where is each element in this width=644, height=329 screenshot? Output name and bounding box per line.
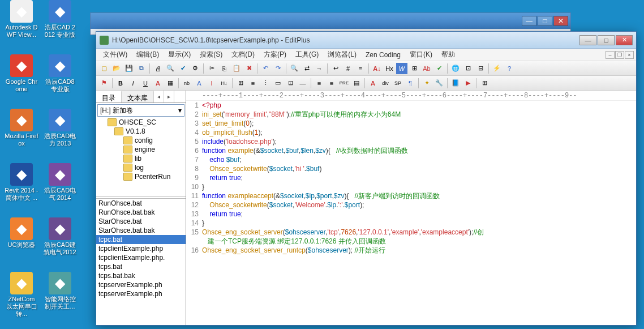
file-item[interactable]: tcps.bat.bak [96, 271, 186, 280]
maximize-button[interactable]: □ [598, 35, 615, 45]
tree-item[interactable]: PcenterRun [96, 172, 186, 181]
folder-tree[interactable]: OHSCE_SCV0.1.8configengineliblogPcenterR… [96, 118, 186, 197]
linenum-icon[interactable]: # [342, 63, 354, 74]
mdi-min[interactable]: – [606, 51, 615, 59]
desktop-icon[interactable]: ◆浩辰CAD8 专业版 [43, 54, 77, 93]
span-icon[interactable]: SP [392, 78, 403, 89]
table-icon[interactable]: ⊞ [235, 78, 246, 89]
heading-icon[interactable]: H↓ [218, 78, 230, 89]
img-icon[interactable]: I [206, 78, 217, 89]
pre-icon[interactable]: PRE [338, 78, 350, 89]
tree-item[interactable]: engine [96, 145, 186, 154]
check-icon[interactable]: ✔ [433, 63, 445, 74]
menu-item[interactable]: 文档(D) [227, 49, 259, 61]
tool2-icon[interactable]: 🔧 [433, 78, 445, 89]
tree-item[interactable]: V0.1.8 [96, 127, 186, 136]
div-icon[interactable]: div [380, 78, 391, 89]
code-line[interactable]: 15Ohsce_eng_socket_server($ohsceserver,'… [186, 228, 636, 237]
bg-min[interactable]: — [522, 16, 536, 26]
file-item[interactable]: StarOhsce.bat.bak [96, 226, 186, 235]
para-icon[interactable]: ¶ [405, 78, 416, 89]
browser-icon[interactable]: 🌐 [450, 63, 461, 74]
file-item[interactable]: RunOhsce.bat.bak [96, 208, 186, 217]
book-icon[interactable]: 📘 [450, 78, 461, 89]
desktop-icon[interactable]: ◆浩辰CAD 2012 专业版 [43, 0, 77, 39]
tool-icon[interactable]: ⚙ [190, 63, 201, 74]
find-icon[interactable]: 🔍 [289, 63, 300, 74]
bold-icon[interactable]: B [115, 78, 126, 89]
wrap-icon[interactable]: ↩ [330, 63, 341, 74]
col-icon[interactable]: ⊞ [409, 63, 420, 74]
bg-close[interactable]: ✕ [553, 16, 568, 26]
new-icon[interactable]: ▢ [98, 63, 110, 74]
form-icon[interactable]: ▭ [272, 78, 284, 89]
nbsp-icon[interactable]: nb [181, 78, 192, 89]
file-list[interactable]: RunOhsce.batRunOhsce.bat.bakStarOhsce.ba… [96, 198, 186, 325]
tab-cliptext[interactable]: 文本库 [122, 91, 154, 102]
tile-icon[interactable]: ⊟ [475, 63, 486, 74]
tree-item[interactable]: OHSCE_SC [96, 118, 186, 127]
code-line[interactable]: 16Ohsce_eng_socket_server_runtcp($ohsces… [186, 246, 636, 255]
saveall-icon[interactable]: ⧉ [136, 63, 147, 74]
help-icon[interactable]: ? [504, 63, 515, 74]
left-icon[interactable]: ≡ [326, 78, 337, 89]
code-line[interactable]: 14} [186, 219, 636, 228]
menu-item[interactable]: 浏览器(L) [323, 49, 361, 61]
code-line[interactable]: 7 echo $buf; [186, 155, 636, 164]
center-icon[interactable]: ≡ [314, 78, 325, 89]
code-area[interactable]: 1<?php2ini_set('memory_limit',"88M");//重… [186, 101, 636, 325]
code-line[interactable]: 1<?php [186, 101, 636, 110]
frame-icon[interactable]: ⊞ [479, 78, 490, 89]
ul-icon[interactable]: ≡ [247, 78, 259, 89]
cut-icon[interactable]: ✂ [206, 63, 217, 74]
desktop-icon[interactable]: ◆UC浏览器 [5, 217, 38, 249]
bg-max[interactable]: □ [538, 16, 552, 26]
code-line[interactable]: 9 return true; [186, 173, 636, 182]
desktop-icon[interactable]: ◆浩辰CAD建筑电气2012 [43, 217, 77, 256]
input-icon[interactable]: ⊡ [285, 78, 296, 89]
preview-icon[interactable]: 🔍 [165, 63, 176, 74]
titlebar[interactable]: H:\OpenIBC\OHSCE_SC\V0.1.8\tcpserverExam… [96, 32, 636, 49]
menu-item[interactable]: 文件(W) [98, 49, 132, 61]
code-line[interactable]: 12 Ohsce_socketwrite($socket,'Welcome'.$… [186, 200, 636, 210]
color-icon[interactable]: A [152, 78, 164, 89]
open-icon[interactable]: 📂 [111, 63, 122, 74]
code-line[interactable]: 4ob_implicit_flush(1); [186, 128, 636, 137]
save-icon[interactable]: 💾 [123, 63, 135, 74]
menu-item[interactable]: 窗口(K) [405, 49, 437, 61]
ruler-icon[interactable]: ≡ [355, 63, 366, 74]
palette-icon[interactable]: ▦ [165, 78, 176, 89]
win-icon[interactable]: ⊡ [462, 63, 474, 74]
close-button[interactable]: ✕ [616, 35, 633, 45]
file-item[interactable]: RunOhsce.bat [96, 199, 186, 208]
flag-icon[interactable]: ⚑ [98, 78, 110, 89]
file-item[interactable]: tcpserverExample.ph [96, 289, 186, 298]
ol-icon[interactable]: ⋮ [260, 78, 271, 89]
code-line[interactable]: 10} [186, 182, 636, 191]
desktop-icon[interactable]: ◆Mozilla Firefox [5, 109, 38, 147]
menu-item[interactable]: 工具(G) [291, 49, 323, 61]
desktop-icon[interactable]: ◆Autodesk DWF View... [5, 0, 38, 39]
file-item[interactable]: tcps.bat [96, 262, 186, 271]
file-item[interactable]: tcpclientExample.php [96, 244, 186, 253]
ab-icon[interactable]: Ab [421, 63, 432, 74]
block-icon[interactable]: ▤ [351, 78, 362, 89]
code-line[interactable]: 建一个TCP服务端资源 绑定127.0.0.1:7626 并传入回调函数 [186, 237, 636, 246]
goto-icon[interactable]: → [314, 63, 325, 74]
undo-icon[interactable]: ↶ [260, 63, 271, 74]
redo-icon[interactable]: ↷ [272, 63, 284, 74]
mdi-close[interactable]: × [625, 51, 634, 59]
desktop-icon[interactable]: ◆Google Chrome [5, 54, 38, 93]
tree-item[interactable]: log [96, 163, 186, 172]
mdi-restore[interactable]: ❐ [615, 51, 624, 59]
side-next[interactable]: ▸ [164, 91, 174, 102]
file-item[interactable]: tcpclientExample.php. [96, 253, 186, 262]
code-line[interactable]: 2ini_set('memory_limit',"88M");//重置php可以… [186, 110, 636, 119]
underline-icon[interactable]: U [140, 78, 151, 89]
desktop-icon[interactable]: ◆浩辰CAD电气 2014 [43, 163, 77, 202]
desktop-icon[interactable]: ◆浩辰CAD电力 2013 [43, 109, 77, 147]
menu-item[interactable]: 显示(X) [164, 49, 195, 61]
menu-item[interactable]: 方案(P) [259, 49, 291, 61]
code-line[interactable]: 3set_time_limit(0); [186, 119, 636, 128]
font-icon[interactable]: A↓ [371, 63, 383, 74]
